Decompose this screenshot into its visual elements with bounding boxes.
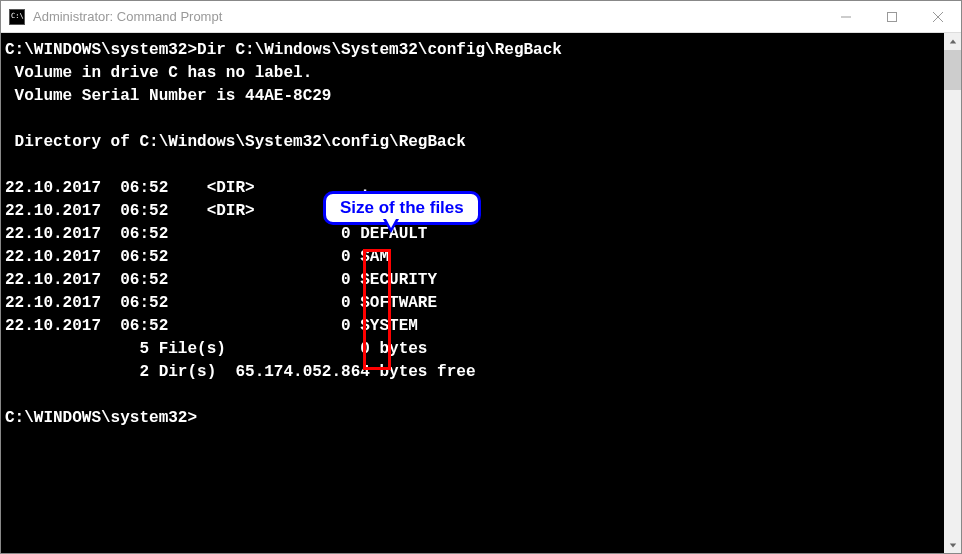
terminal-output[interactable]: C:\WINDOWS\system32>Dir C:\Windows\Syste…	[1, 33, 944, 553]
vertical-scrollbar[interactable]	[944, 33, 961, 553]
svg-rect-1	[888, 12, 897, 21]
cmd-icon	[9, 9, 25, 25]
minimize-icon	[841, 12, 851, 22]
scrollbar-thumb[interactable]	[944, 50, 961, 90]
arrow-up-icon	[949, 38, 957, 46]
arrow-down-icon	[949, 541, 957, 549]
maximize-button[interactable]	[869, 1, 915, 32]
titlebar[interactable]: Administrator: Command Prompt	[1, 1, 961, 33]
minimize-button[interactable]	[823, 1, 869, 32]
window-title: Administrator: Command Prompt	[33, 9, 823, 24]
close-icon	[933, 12, 943, 22]
scroll-up-button[interactable]	[944, 33, 961, 50]
maximize-icon	[887, 12, 897, 22]
terminal-area: C:\WINDOWS\system32>Dir C:\Windows\Syste…	[1, 33, 961, 553]
command-prompt-window: Administrator: Command Prompt C:\WINDOWS…	[0, 0, 962, 554]
window-controls	[823, 1, 961, 32]
close-button[interactable]	[915, 1, 961, 32]
scroll-down-button[interactable]	[944, 536, 961, 553]
